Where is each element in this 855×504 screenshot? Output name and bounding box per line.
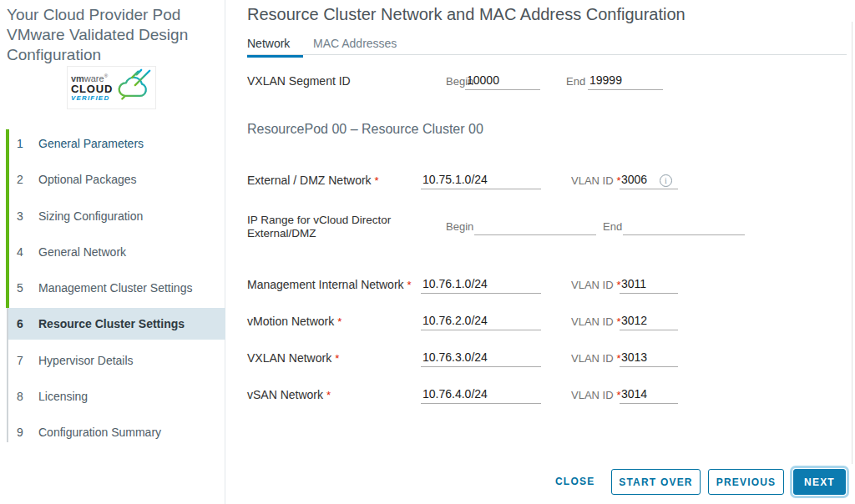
- vlan-id-label: VLAN ID*: [571, 352, 621, 365]
- label-text: VLAN ID: [571, 389, 614, 401]
- step-label: Management Cluster Settings: [38, 281, 192, 295]
- vmotion-vlan-input[interactable]: [620, 312, 678, 330]
- close-button[interactable]: CLOSE: [555, 476, 594, 487]
- sidebar-item-resource-cluster-settings[interactable]: 6 Resource Cluster Settings: [8, 308, 225, 340]
- sidebar-item-management-cluster-settings[interactable]: 5 Management Cluster Settings: [8, 272, 225, 304]
- start-over-button[interactable]: START OVER: [611, 469, 701, 495]
- step-number: 3: [17, 209, 30, 223]
- label-text: VLAN ID: [571, 352, 614, 365]
- ip-range-label: IP Range for vCloud DirectorExternal/DMZ: [247, 214, 402, 240]
- sidebar-item-optional-packages[interactable]: 2 Optional Packages: [8, 164, 225, 195]
- label-text: VLAN ID: [571, 174, 614, 187]
- wizard-title: Your Cloud Provider Pod VMware Validated…: [7, 5, 220, 65]
- wizard-sidebar: Your Cloud Provider Pod VMware Validated…: [0, 0, 225, 504]
- required-asterisk: *: [335, 352, 339, 365]
- label-text: vSAN Network: [247, 388, 323, 401]
- vsan-vlan-input[interactable]: [620, 386, 678, 404]
- vmotion-network-row: vMotion Network* VLAN ID*: [247, 315, 843, 335]
- required-asterisk: *: [326, 389, 331, 401]
- label-text: VXLAN Network: [247, 351, 331, 365]
- label-text: VLAN ID: [571, 315, 614, 328]
- vxlan-segment-id-row: VXLAN Segment ID Begin End: [247, 74, 843, 94]
- logo-registered-mark: ®: [104, 73, 108, 78]
- info-icon[interactable]: i: [660, 174, 672, 187]
- sidebar-item-general-network[interactable]: 4 General Network: [8, 236, 225, 268]
- wizard-main-panel: Resource Cluster Network and MAC Address…: [226, 0, 855, 504]
- vsan-network-input[interactable]: [421, 386, 541, 404]
- page-title: Resource Cluster Network and MAC Address…: [247, 5, 686, 24]
- step-label: General Parameters: [38, 137, 144, 150]
- previous-button[interactable]: PREVIOUS: [708, 469, 784, 495]
- vmotion-network-input[interactable]: [421, 312, 541, 330]
- label-line1: IP Range for vCloud Director: [247, 214, 391, 226]
- sidebar-item-hypervisor-details[interactable]: 7 Hypervisor Details: [8, 345, 225, 376]
- required-asterisk: *: [407, 279, 412, 291]
- step-label: Resource Cluster Settings: [38, 317, 185, 330]
- next-button[interactable]: NEXT: [793, 469, 846, 495]
- vlan-id-label: VLAN ID*: [571, 279, 621, 291]
- sidebar-item-configuration-summary[interactable]: 9 Configuration Summary: [8, 416, 225, 448]
- step-number: 2: [17, 173, 30, 186]
- step-number: 1: [17, 137, 30, 150]
- logo-verified-word: VERIFIED: [71, 95, 113, 102]
- vsan-network-row: vSAN Network* VLAN ID*: [247, 388, 843, 408]
- vmware-cloud-verified-logo: vmware® CLOUD VERIFIED: [67, 66, 156, 109]
- vxlan-network-input[interactable]: [421, 349, 541, 367]
- vlan-id-label: VLAN ID*: [571, 315, 621, 328]
- ip-range-begin-label: Begin: [446, 220, 473, 233]
- logo-brand-rest: ware: [84, 73, 104, 83]
- step-label: Licensing: [38, 390, 88, 403]
- sidebar-item-licensing[interactable]: 8 Licensing: [8, 381, 225, 412]
- step-label: General Network: [38, 245, 126, 259]
- external-dmz-network-label: External / DMZ Network*: [247, 174, 379, 187]
- segment-begin-input[interactable]: [465, 72, 540, 90]
- step-number: 4: [17, 245, 30, 259]
- vsan-network-label: vSAN Network*: [247, 388, 331, 401]
- vxlan-vlan-input[interactable]: [620, 349, 678, 367]
- step-label: Hypervisor Details: [38, 354, 134, 367]
- logo-text: vmware® CLOUD VERIFIED: [71, 73, 113, 102]
- cloud-provider-pod-wizard: Your Cloud Provider Pod VMware Validated…: [0, 0, 855, 504]
- scrollbar-track[interactable]: [852, 22, 852, 464]
- required-asterisk: *: [375, 174, 379, 187]
- external-dmz-network-row: External / DMZ Network* VLAN ID* i: [247, 174, 843, 194]
- resource-pod-section-title: ResourcePod 00 – Resource Cluster 00: [247, 122, 483, 137]
- management-internal-vlan-input[interactable]: [620, 275, 678, 294]
- vmotion-network-label: vMotion Network*: [247, 315, 341, 328]
- required-asterisk: *: [337, 315, 341, 328]
- label-text: External / DMZ Network: [247, 174, 372, 187]
- logo-cloud-word: CLOUD: [71, 83, 113, 95]
- label-line2: External/DMZ: [247, 227, 316, 239]
- step-number: 8: [17, 390, 30, 403]
- step-number: 7: [17, 354, 30, 367]
- management-internal-network-label: Management Internal Network*: [247, 278, 412, 291]
- ip-range-vcloud-row: IP Range for vCloud DirectorExternal/DMZ…: [247, 214, 843, 247]
- label-text: Management Internal Network: [247, 278, 404, 291]
- step-number: 9: [17, 426, 30, 439]
- step-label: Configuration Summary: [38, 426, 161, 439]
- tab-network[interactable]: Network: [247, 37, 303, 58]
- label-text: VLAN ID: [571, 279, 614, 291]
- tab-mac-addresses[interactable]: MAC Addresses: [313, 37, 397, 55]
- vxlan-segment-id-label: VXLAN Segment ID: [247, 74, 351, 88]
- vlan-id-label: VLAN ID*: [571, 174, 621, 187]
- management-internal-network-input[interactable]: [421, 275, 541, 294]
- vlan-id-label: VLAN ID*: [571, 389, 621, 401]
- info-glyph: i: [665, 176, 667, 185]
- sidebar-item-sizing-configuration[interactable]: 3 Sizing Configuration: [8, 200, 225, 232]
- label-text: vMotion Network: [247, 315, 334, 328]
- segment-end-input[interactable]: [588, 72, 663, 90]
- management-internal-network-row: Management Internal Network* VLAN ID*: [247, 278, 843, 298]
- logo-brand-bold: vm: [71, 73, 84, 83]
- ip-range-begin-input[interactable]: [474, 217, 596, 235]
- vxlan-network-row: VXLAN Network* VLAN ID*: [247, 351, 843, 371]
- ip-range-end-input[interactable]: [623, 217, 745, 235]
- step-label: Sizing Configuration: [38, 209, 143, 223]
- external-dmz-network-input[interactable]: [421, 171, 541, 189]
- step-number: 5: [17, 281, 30, 295]
- step-number: 6: [17, 317, 30, 330]
- vxlan-network-label: VXLAN Network*: [247, 351, 339, 365]
- sidebar-item-general-parameters[interactable]: 1 General Parameters: [8, 128, 225, 159]
- ip-range-end-label: End: [603, 220, 622, 233]
- cloud-verified-icon: [115, 68, 152, 107]
